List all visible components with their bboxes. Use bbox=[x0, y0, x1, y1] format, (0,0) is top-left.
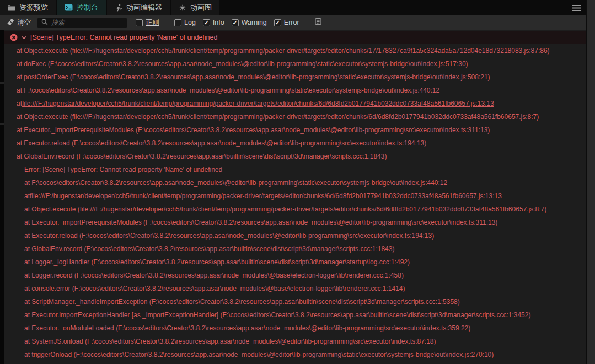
stack-line-text: at postOrderExec (F:\cocos\editors\Creat… bbox=[17, 73, 490, 81]
clear-button-label: 清空 bbox=[17, 18, 31, 28]
filter-log[interactable]: Log bbox=[174, 19, 196, 26]
tab-label: 动画编辑器 bbox=[126, 3, 162, 13]
stack-trace-line: at Executor.importExceptionHandler [as _… bbox=[4, 308, 586, 322]
stack-line-text: at Executor._importPrerequisiteModules (… bbox=[17, 126, 490, 134]
filter-error-checkbox[interactable]: ✓ bbox=[274, 19, 281, 26]
tab-label: 控制台 bbox=[77, 3, 98, 13]
stack-trace-line: at Logger._logHandler (F:\cocos\editors\… bbox=[4, 256, 586, 269]
stack-line-text: at ScriptManager._handleImportException … bbox=[24, 298, 460, 306]
stack-trace-line: at Executor._importPrerequisiteModules (… bbox=[4, 216, 586, 229]
stack-trace-line: at doExec (F:\cocos\editors\Creator\3.8.… bbox=[4, 57, 586, 70]
console-scrollbar-track[interactable] bbox=[586, 0, 595, 364]
console-toolbar: 清空 正则Log✓Info✓Warning✓Error bbox=[0, 15, 595, 30]
tab-label: 动画图 bbox=[190, 3, 212, 13]
stack-trace-line: at SystemJS.onload (F:\cocos\editors\Cre… bbox=[4, 335, 586, 348]
stack-trace-line: at postOrderExec (F:\cocos\editors\Creat… bbox=[4, 70, 586, 84]
tab-panel-0[interactable]: 资源预览 bbox=[0, 0, 56, 15]
filter-warning-label: Warning bbox=[242, 19, 267, 26]
tab-panel-2[interactable]: 动画编辑器 bbox=[107, 0, 170, 15]
stack-trace-line: at Object.execute (file:///F:/hugenstar/… bbox=[4, 44, 586, 57]
log-filters: 正则Log✓Info✓Warning✓Error bbox=[136, 18, 322, 28]
error-message: [Scene] TypeError: Cannot read property … bbox=[30, 34, 217, 41]
clear-console-button[interactable]: 清空 bbox=[7, 18, 31, 28]
stack-trace-line: at Executor.reload (F:\cocos\editors\Cre… bbox=[4, 229, 586, 242]
regex-filter-label: 正则 bbox=[146, 18, 159, 28]
panel-menu-button[interactable] bbox=[572, 4, 582, 14]
search-icon bbox=[41, 18, 48, 28]
stack-trace-line: at Logger.record (F:\cocos\editors\Creat… bbox=[4, 269, 586, 282]
stack-trace-line: at file:///F:/hugenstar/developer/cch5/t… bbox=[4, 189, 586, 203]
stack-line-text: at F:\cocos\editors\Creator\3.8.2\resour… bbox=[24, 179, 447, 187]
regex-filter-checkbox[interactable] bbox=[136, 19, 143, 26]
search-input[interactable] bbox=[51, 19, 123, 26]
stack-trace-line: at Executor.reload (F:\cocos\editors\Cre… bbox=[4, 137, 586, 150]
terminal-icon bbox=[65, 4, 73, 11]
stack-line-text: at GlobalEnv.record (F:\cocos\editors\Cr… bbox=[24, 245, 394, 253]
search-box[interactable] bbox=[37, 18, 127, 28]
stack-line-text: at Executor.reload (F:\cocos\editors\Cre… bbox=[24, 232, 434, 240]
filter-info[interactable]: ✓Info bbox=[203, 19, 224, 26]
stack-trace-line: at ScriptManager._handleImportException … bbox=[4, 295, 586, 308]
stack-line-text: Error: [Scene] TypeError: Cannot read pr… bbox=[24, 166, 222, 173]
stack-line-text: at Executor.importExceptionHandler [as _… bbox=[24, 311, 530, 319]
stack-trace-line: at file:///F:/hugenstar/developer/cch5/t… bbox=[4, 97, 586, 110]
filter-warning-checkbox[interactable]: ✓ bbox=[232, 19, 239, 26]
console-log-area[interactable]: [Scene] TypeError: Cannot read property … bbox=[4, 30, 586, 364]
filter-info-checkbox[interactable]: ✓ bbox=[203, 19, 210, 26]
stack-line-text: at doExec (F:\cocos\editors\Creator\3.8.… bbox=[17, 60, 468, 68]
toolbar-separator bbox=[167, 19, 167, 26]
stack-trace-line: at Object.execute (file:///F:/hugenstar/… bbox=[4, 203, 586, 216]
stack-line-text: at Executor._onModuleLoaded (F:\cocos\ed… bbox=[24, 324, 470, 332]
stack-line-text: at console.error (F:\cocos\editors\Creat… bbox=[24, 285, 405, 292]
stack-line-prefix: at bbox=[24, 192, 30, 200]
stack-line-text: at Object.execute (file:///F:/hugenstar/… bbox=[17, 113, 539, 121]
stack-trace-line: at Executor._onModuleLoaded (F:\cocos\ed… bbox=[4, 322, 586, 335]
stack-line-text: at triggerOnload (F:\cocos\editors\Creat… bbox=[24, 351, 494, 358]
stack-trace-line: Error: [Scene] TypeError: Cannot read pr… bbox=[4, 163, 586, 176]
stack-line-text: at F:\cocos\editors\Creator\3.8.2\resour… bbox=[17, 86, 439, 94]
folder-icon bbox=[8, 4, 15, 11]
stack-line-text: at Executor._importPrerequisiteModules (… bbox=[24, 219, 497, 226]
stack-trace-line: at F:\cocos\editors\Creator\3.8.2\resour… bbox=[4, 84, 586, 97]
stack-trace-line: at Executor._importPrerequisiteModules (… bbox=[4, 123, 586, 137]
error-log-entry[interactable]: [Scene] TypeError: Cannot read property … bbox=[4, 31, 586, 44]
filter-error[interactable]: ✓Error bbox=[274, 19, 299, 26]
filter-log-checkbox[interactable] bbox=[174, 19, 181, 26]
runner-icon bbox=[115, 4, 122, 12]
stack-trace-line: at F:\cocos\editors\Creator\3.8.2\resour… bbox=[4, 176, 586, 189]
stack-trace-line: at GlobalEnv.record (F:\cocos\editors\Cr… bbox=[4, 242, 586, 256]
stack-line-text: at Object.execute (file:///F:/hugenstar/… bbox=[17, 47, 550, 55]
stack-line-text: at SystemJS.onload (F:\cocos\editors\Cre… bbox=[24, 338, 436, 345]
hamburger-menu-icon bbox=[572, 4, 582, 14]
tab-panel-3[interactable]: 动画图 bbox=[171, 0, 219, 15]
stack-line-text: at Executor.reload (F:\cocos\editors\Cre… bbox=[17, 139, 426, 147]
toolbar-separator bbox=[307, 19, 307, 26]
tab-console[interactable]: 控制台 bbox=[57, 0, 106, 15]
stack-trace-line: at Object.execute (file:///F:/hugenstar/… bbox=[4, 110, 586, 123]
stack-line-text: at Object.execute (file:///F:/hugenstar/… bbox=[24, 205, 546, 213]
anim-graph-icon bbox=[179, 4, 186, 12]
stack-line-text: at Logger._logHandler (F:\cocos\editors\… bbox=[24, 258, 410, 266]
tab-label: 资源预览 bbox=[19, 3, 48, 13]
regex-filter[interactable]: 正则 bbox=[136, 18, 159, 28]
stack-line-text: at GlobalEnv.record (F:\cocos\editors\Cr… bbox=[17, 153, 387, 160]
filter-info-label: Info bbox=[213, 19, 224, 26]
stack-trace-line: at console.error (F:\cocos\editors\Creat… bbox=[4, 282, 586, 295]
stack-file-link[interactable]: file:///F:/hugenstar/developer/cch5/trun… bbox=[22, 100, 494, 107]
stack-line-text: at Logger.record (F:\cocos\editors\Creat… bbox=[24, 271, 404, 279]
broom-clear-icon bbox=[7, 18, 14, 28]
log-file-icon bbox=[314, 18, 322, 28]
panel-tab-bar: 资源预览控制台动画编辑器动画图 bbox=[0, 0, 586, 15]
open-log-file-button[interactable] bbox=[314, 18, 322, 28]
stack-line-prefix: at bbox=[17, 100, 22, 107]
filter-log-label: Log bbox=[184, 19, 196, 26]
filter-warning[interactable]: ✓Warning bbox=[232, 19, 267, 26]
filter-error-label: Error bbox=[284, 19, 299, 26]
error-icon bbox=[10, 34, 18, 41]
stack-file-link[interactable]: file:///F:/hugenstar/developer/cch5/trun… bbox=[30, 192, 502, 200]
left-dock-edge bbox=[0, 30, 4, 364]
chevron-down-icon[interactable] bbox=[21, 35, 27, 41]
stack-trace-line: at GlobalEnv.record (F:\cocos\editors\Cr… bbox=[4, 150, 586, 163]
stack-trace-line: at triggerOnload (F:\cocos\editors\Creat… bbox=[4, 348, 586, 361]
